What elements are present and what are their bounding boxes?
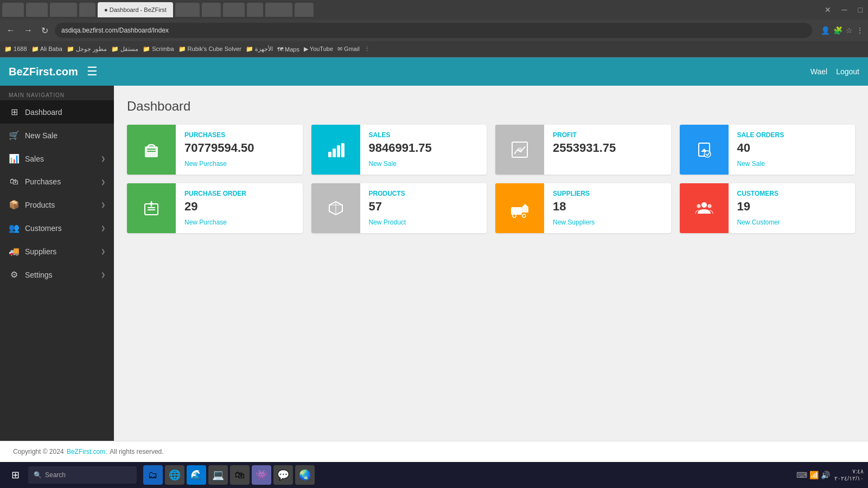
taskbar-app-edge[interactable]: 🌊 bbox=[187, 465, 206, 485]
svg-point-19 bbox=[707, 204, 711, 208]
card-sales-link[interactable]: New Sale bbox=[369, 160, 397, 168]
sidebar-item-suppliers[interactable]: 🚚 Suppliers ❯ bbox=[0, 240, 114, 263]
sidebar-item-new-sale[interactable]: 🛒 New Sale bbox=[0, 124, 114, 147]
bookmark-icon[interactable]: ☆ bbox=[846, 26, 853, 35]
start-button[interactable]: ⊞ bbox=[4, 464, 26, 486]
bookmark-motawer[interactable]: 📁 مطور جوجل bbox=[67, 46, 107, 53]
address-bar[interactable]: asdiqa.bezfirst.com/Dashboard/Index bbox=[55, 23, 812, 38]
browser-tab-inactive10[interactable] bbox=[295, 3, 314, 17]
address-text: asdiqa.bezfirst.com/Dashboard/Index bbox=[61, 27, 169, 34]
browser-tab-inactive5[interactable] bbox=[175, 3, 200, 17]
footer: Copyright © 2024 BeZFirst.com. All right… bbox=[0, 441, 868, 462]
card-purchase-order-link[interactable]: New Purchase bbox=[184, 219, 227, 226]
card-purchase-order-icon bbox=[127, 183, 176, 233]
sales-icon: 📊 bbox=[9, 153, 20, 164]
nav-bar: ← → ↻ asdiqa.bezfirst.com/Dashboard/Inde… bbox=[0, 20, 868, 41]
svg-rect-5 bbox=[337, 145, 340, 157]
taskbar-app-globe[interactable]: 🌏 bbox=[295, 465, 315, 485]
taskbar-app-vscode[interactable]: 💻 bbox=[208, 465, 228, 485]
sidebar-item-products[interactable]: 📦 Products ❯ bbox=[0, 193, 114, 216]
taskbar-app-teams[interactable]: 👾 bbox=[252, 465, 271, 485]
card-products-link[interactable]: New Product bbox=[369, 219, 406, 226]
sidebar-item-purchases[interactable]: 🛍 Purchases ❯ bbox=[0, 170, 114, 193]
card-products: PRODUCTS 57 New Product bbox=[311, 183, 487, 233]
card-sales-value: 9846991.75 bbox=[369, 141, 478, 155]
card-suppliers-icon bbox=[495, 183, 544, 233]
bookmark-mustaqel[interactable]: 📁 مستقل bbox=[111, 46, 138, 53]
logout-button[interactable]: Logout bbox=[836, 67, 859, 76]
bookmark-maps[interactable]: 🗺 Maps bbox=[277, 46, 299, 53]
forward-button[interactable]: → bbox=[22, 23, 35, 37]
svg-rect-12 bbox=[148, 207, 155, 208]
card-purchases-icon bbox=[127, 125, 176, 175]
card-profit-icon bbox=[495, 125, 544, 175]
tab-controls: ✕ ─ □ bbox=[821, 4, 866, 15]
dashboard-icon: ⊞ bbox=[9, 107, 20, 117]
card-profit-value: 2553931.75 bbox=[553, 141, 662, 155]
purchases-icon: 🛍 bbox=[9, 177, 20, 187]
bookmark-rubiks[interactable]: 📁 Rubik's Cube Solver bbox=[178, 46, 241, 53]
extensions-icon[interactable]: 🧩 bbox=[833, 26, 843, 35]
card-purchases: PURCHASES 70779594.50 New Purchase bbox=[127, 125, 303, 175]
search-label: Search bbox=[45, 471, 66, 479]
footer-text: Copyright © 2024 bbox=[13, 448, 64, 455]
bookmark-gmail[interactable]: ✉ Gmail bbox=[337, 46, 360, 53]
taskbar-search[interactable]: 🔍 Search bbox=[28, 466, 137, 484]
products-icon: 📦 bbox=[9, 200, 20, 210]
footer-link[interactable]: BeZFirst.com. bbox=[67, 448, 107, 455]
bookmark-scrimba[interactable]: 📁 Scrimba bbox=[143, 46, 174, 53]
browser-tab-inactive9[interactable] bbox=[265, 3, 292, 17]
sidebar-label-settings: Settings bbox=[25, 271, 95, 279]
card-customers: CUSTOMERS 19 New Customer bbox=[680, 183, 856, 233]
card-sale-orders-link[interactable]: New Sale bbox=[737, 160, 765, 168]
hamburger-button[interactable]: ☰ bbox=[87, 65, 98, 79]
taskbar-app-slack[interactable]: 💬 bbox=[273, 465, 293, 485]
sidebar-label-sales: Sales bbox=[25, 155, 95, 163]
maximize-button[interactable]: □ bbox=[855, 4, 866, 15]
browser-tab-inactive6[interactable] bbox=[202, 3, 221, 17]
profile-icon[interactable]: 👤 bbox=[821, 26, 830, 35]
svg-rect-14 bbox=[511, 207, 522, 215]
tray-icons: ⌨ 📶 🔊 bbox=[796, 471, 830, 479]
bookmark-alibaba[interactable]: 📁 Ali Baba bbox=[31, 46, 62, 53]
close-tab-button[interactable]: ✕ bbox=[821, 4, 834, 15]
browser-tab-inactive[interactable] bbox=[2, 3, 24, 17]
card-purchases-link[interactable]: New Purchase bbox=[184, 160, 227, 168]
taskbar-tray: ⌨ 📶 🔊 ٧:٤٨ ٢٠٢٤/١٢/١٠ bbox=[796, 468, 864, 482]
nav-icons: 👤 🧩 ☆ ⋮ bbox=[821, 26, 864, 35]
customers-icon: 👥 bbox=[9, 223, 20, 233]
taskbar-app-chrome[interactable]: 🌐 bbox=[165, 465, 184, 485]
minimize-button[interactable]: ─ bbox=[839, 4, 851, 15]
tray-wifi-icon: 📶 bbox=[809, 471, 819, 479]
suppliers-icon: 🚚 bbox=[9, 246, 20, 256]
card-customers-link[interactable]: New Customer bbox=[737, 219, 780, 226]
browser-tab-active[interactable]: ● Dashboard - BeZFirst bbox=[98, 2, 173, 17]
browser-tab-inactive8[interactable] bbox=[247, 3, 263, 17]
sidebar-item-settings[interactable]: ⚙ Settings ❯ bbox=[0, 263, 114, 286]
svg-point-15 bbox=[513, 214, 516, 217]
browser-tab-inactive2[interactable] bbox=[26, 3, 48, 17]
card-profit-body: PROFIT 2553931.75 bbox=[544, 125, 671, 175]
settings-icon: ⚙ bbox=[9, 269, 20, 280]
bookmark-1688[interactable]: 📁 1688 bbox=[4, 46, 27, 53]
taskbar-app-store[interactable]: 🛍 bbox=[230, 465, 250, 485]
reload-button[interactable]: ↻ bbox=[39, 23, 50, 38]
sidebar-item-customers[interactable]: 👥 Customers ❯ bbox=[0, 216, 114, 240]
sidebar-label-customers: Customers bbox=[25, 224, 95, 233]
svg-rect-1 bbox=[147, 149, 156, 150]
taskbar-app-explorer[interactable]: 🗂 bbox=[143, 465, 163, 485]
settings-icon[interactable]: ⋮ bbox=[856, 26, 864, 35]
settings-arrow-icon: ❯ bbox=[101, 272, 105, 278]
browser-tab-inactive3[interactable] bbox=[50, 3, 77, 17]
bookmark-more[interactable]: ⋮ bbox=[364, 46, 370, 53]
sidebar-item-sales[interactable]: 📊 Sales ❯ bbox=[0, 147, 114, 170]
sidebar-item-dashboard[interactable]: ⊞ Dashboard bbox=[0, 100, 114, 124]
bookmark-ajheza[interactable]: 📁 الأجهزة bbox=[246, 46, 273, 53]
sidebar-label-dashboard: Dashboard bbox=[25, 108, 105, 117]
card-suppliers-link[interactable]: New Suppliers bbox=[553, 219, 595, 226]
browser-tab-inactive7[interactable] bbox=[223, 3, 245, 17]
back-button[interactable]: ← bbox=[4, 23, 17, 37]
browser-tab-inactive4[interactable] bbox=[79, 3, 95, 17]
products-arrow-icon: ❯ bbox=[101, 202, 105, 208]
bookmark-youtube[interactable]: ▶ YouTube bbox=[304, 46, 333, 53]
